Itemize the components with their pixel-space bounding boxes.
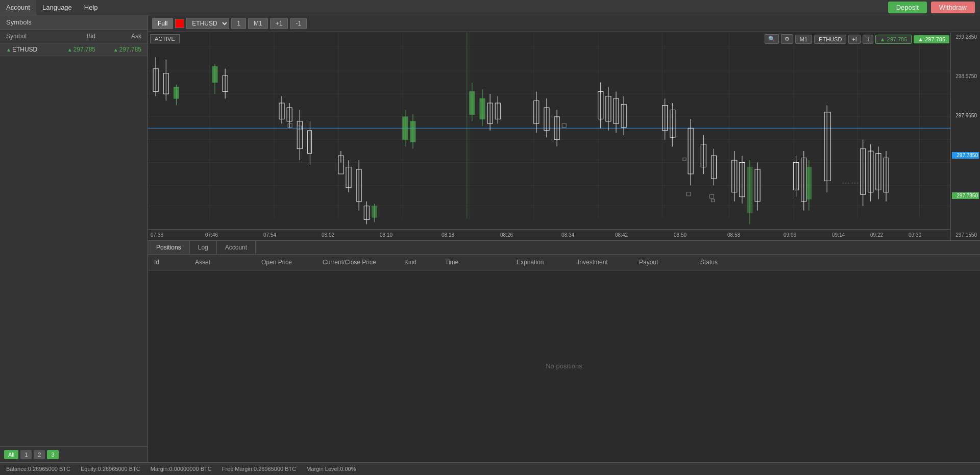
page-all[interactable]: All	[4, 450, 18, 459]
time-label-0834: 08:34	[561, 232, 574, 238]
col-investment: Investment	[578, 259, 639, 266]
price-label-6: 297.1550	[952, 232, 979, 238]
menu-language[interactable]: Language	[36, 0, 78, 15]
page-1[interactable]: 1	[20, 450, 32, 459]
svg-rect-28	[174, 87, 179, 98]
main-layout: Symbols Symbol Bid Ask ▲ETHUSD ▲297.785 …	[0, 15, 980, 462]
symbols-list: ▲ETHUSD ▲297.785 ▲297.785	[0, 43, 148, 446]
time-label-0850: 08:50	[674, 232, 687, 238]
price-label-4: 297.7850	[952, 152, 979, 159]
price-badge-2: ▲ 297.785	[914, 35, 949, 43]
time-axis: 07:38 07:46 07:54 08:02 08:10 08:18 08:2…	[148, 229, 950, 240]
menu-help[interactable]: Help	[78, 0, 104, 15]
svg-rect-97	[747, 167, 752, 213]
free-margin-label: Free Margin:0.26965000 BTC	[222, 466, 297, 472]
positions-area: Id Asset Open Price Current/Close Price …	[148, 255, 980, 463]
menu-account[interactable]: Account	[0, 0, 36, 15]
chart-top-bar: 🔍 ⚙ M1 ETHUSD +I -I ▲ 297.785 ▲ 297.785	[765, 34, 949, 44]
top-menu: Account Language Help Deposit Withdraw	[0, 0, 980, 15]
chart-svg	[148, 32, 950, 229]
col-status: Status	[700, 259, 974, 266]
col-asset: Asset	[195, 259, 261, 266]
bid-col-header: Bid	[50, 33, 95, 40]
time-label-0922: 09:22	[870, 232, 883, 238]
symbols-header: Symbol Bid Ask	[0, 30, 148, 43]
symbol-bid: ▲297.785	[50, 46, 95, 53]
time-label-0738: 07:38	[151, 232, 163, 238]
symbol-ask: ▲297.785	[95, 46, 141, 53]
time-label-0858: 08:58	[727, 232, 740, 238]
pagination: All 1 2 3	[0, 446, 148, 462]
symbol-select[interactable]: ETHUSD	[186, 18, 229, 29]
color-picker[interactable]	[175, 19, 184, 28]
col-open-price: Open Price	[261, 259, 323, 266]
col-expiration: Expiration	[517, 259, 578, 266]
svg-rect-54	[403, 117, 408, 140]
price-label-2: 298.5750	[952, 73, 979, 79]
symbol-row-ethusd[interactable]: ▲ETHUSD ▲297.785 ▲297.785	[0, 43, 148, 56]
time-label-0906: 09:06	[783, 232, 796, 238]
time-label-0914: 09:14	[832, 232, 845, 238]
chart-zoom-icon[interactable]: 🔍	[765, 34, 779, 44]
svg-rect-60	[480, 98, 485, 119]
price-scale: 299.2850 298.5750 297.9650 297.7850 297.…	[950, 32, 980, 240]
active-badge: ACTIVE	[150, 34, 180, 43]
expand-icon[interactable]: +I	[848, 35, 860, 44]
collapse-icon[interactable]: -I	[863, 35, 873, 44]
time-label-0818: 08:18	[442, 232, 454, 238]
no-positions: No positions	[148, 270, 980, 463]
page-3[interactable]: 3	[47, 450, 58, 459]
svg-rect-58	[470, 92, 475, 115]
arrow-up-icon: ▲	[6, 47, 11, 53]
ask-arrow-icon: ▲	[113, 47, 118, 53]
price-label-1: 299.2850	[952, 34, 979, 40]
price-label-3: 297.9650	[952, 113, 979, 118]
full-button[interactable]: Full	[152, 18, 173, 29]
minus1-button[interactable]: -1	[290, 18, 307, 29]
chart-area: ACTIVE 🔍 ⚙ M1 ETHUSD +I -I ▲ 297.785 ▲ 2…	[148, 32, 980, 240]
time-label-0810: 08:10	[380, 232, 393, 238]
time-label-0802: 08:02	[322, 232, 334, 238]
tab-account[interactable]: Account	[217, 241, 256, 254]
balance-label: Balance:0.26965000 BTC	[6, 466, 70, 472]
positions-header: Id Asset Open Price Current/Close Price …	[148, 255, 980, 270]
col-kind: Kind	[404, 259, 445, 266]
bottom-tabs: Positions Log Account	[148, 240, 980, 255]
interval-1-button[interactable]: 1	[231, 18, 246, 29]
chart-symbol-badge: ETHUSD	[814, 35, 846, 44]
tab-log[interactable]: Log	[190, 241, 217, 254]
margin-label: Margin:0.00000000 BTC	[151, 466, 212, 472]
time-label-0754: 07:54	[263, 232, 276, 238]
status-bar: Balance:0.26965000 BTC Equity:0.26965000…	[0, 462, 980, 475]
price-badge-1: ▲ 297.785	[875, 35, 912, 44]
svg-rect-56	[410, 121, 415, 142]
col-time: Time	[445, 259, 517, 266]
col-id: Id	[154, 259, 195, 266]
timeframe-m1-button[interactable]: M1	[248, 18, 268, 29]
chart-settings-icon[interactable]: ⚙	[781, 34, 793, 44]
symbol-name: ▲ETHUSD	[6, 46, 50, 53]
bid-arrow-icon: ▲	[67, 47, 72, 53]
page-2[interactable]: 2	[34, 450, 45, 459]
time-label-0842: 08:42	[615, 232, 628, 238]
withdraw-button[interactable]: Withdraw	[931, 2, 975, 13]
margin-level-label: Margin Level:0.00%	[306, 466, 356, 472]
deposit-button[interactable]: Deposit	[888, 2, 927, 13]
tab-positions[interactable]: Positions	[148, 241, 190, 254]
symbols-tab[interactable]: Symbols	[0, 15, 148, 30]
top-right-actions: Deposit Withdraw	[888, 2, 980, 13]
price-label-5: 297.7850	[952, 192, 979, 199]
plus1-button[interactable]: +1	[270, 18, 288, 29]
col-current-close: Current/Close Price	[323, 259, 404, 266]
chart-toolbar: Full ETHUSD 1 M1 +1 -1	[148, 15, 980, 32]
time-label-0746: 07:46	[205, 232, 218, 238]
svg-rect-30	[212, 66, 217, 82]
ask-col-header: Ask	[95, 33, 141, 40]
equity-label: Equity:0.26965000 BTC	[81, 466, 140, 472]
svg-rect-52	[372, 206, 377, 217]
chart-timeframe-badge[interactable]: M1	[795, 35, 812, 44]
symbol-col-header: Symbol	[6, 33, 50, 40]
time-label-0826: 08:26	[500, 232, 513, 238]
sidebar: Symbols Symbol Bid Ask ▲ETHUSD ▲297.785 …	[0, 15, 148, 462]
svg-rect-105	[806, 167, 812, 199]
